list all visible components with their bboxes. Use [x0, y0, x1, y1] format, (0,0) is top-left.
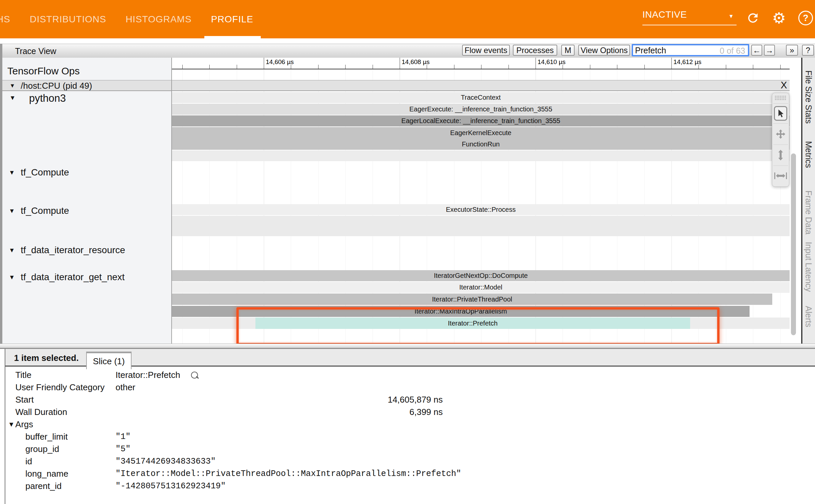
collapse-caret-icon[interactable]: ▾	[10, 246, 14, 255]
trace-event-tracecontext[interactable]: TraceContext	[172, 92, 790, 103]
ruler-minor-tick	[726, 65, 726, 69]
ruler-minor-tick	[780, 65, 781, 69]
ruler-minor-tick	[590, 65, 590, 69]
ruler-minor-tick	[644, 65, 645, 69]
args-header-row[interactable]: ▼Args	[5, 418, 807, 431]
arg-key: long_name	[25, 469, 116, 479]
tab-hs[interactable]: HS	[0, 0, 10, 38]
trace-event-executorstate[interactable]: ExecutorState::Process	[172, 204, 790, 215]
detail-field-value: 14,605,879 ns	[5, 395, 443, 405]
panel-divider[interactable]	[0, 344, 815, 349]
process-row-host-cpu[interactable]: ▾ /host:CPU (pid 49) X	[2, 80, 790, 91]
zoom-vertical-tool-button[interactable]	[772, 145, 789, 165]
arg-key: group_id	[25, 444, 116, 454]
expand-button[interactable]: »	[786, 45, 798, 56]
track-label-python3[interactable]: python3	[29, 92, 66, 104]
collapse-caret-icon[interactable]: ▾	[10, 206, 14, 215]
track-label-tf_data_iterator_get_next[interactable]: tf_data_iterator_get_next	[21, 272, 125, 283]
toolbar-button-view-options[interactable]: View Options	[578, 45, 630, 56]
pan-tool-button[interactable]	[772, 124, 789, 144]
args-header-label: Args	[15, 419, 33, 430]
ruler-minor-tick	[209, 65, 210, 69]
ruler-minor-tick	[753, 65, 753, 69]
trace-event-label: EagerExecute: __inference_train_function…	[409, 105, 552, 113]
selection-highlight-box	[236, 307, 720, 344]
settings-gear-icon[interactable]: ⚙	[771, 10, 787, 26]
process-row-label: /host:CPU (pid 49)	[21, 81, 92, 91]
trace-event-eagerexecute[interactable]: EagerExecute: __inference_train_function…	[172, 104, 790, 115]
sidebar-tab-metrics[interactable]: Metrics	[804, 141, 813, 168]
details-panel: 1 item selected. Slice (1) TitleIterator…	[0, 349, 815, 504]
detail-row-wall-duration: Wall Duration6,399 ns	[5, 406, 807, 418]
trace-event-label: EagerLocalExecute: __inference_train_fun…	[401, 117, 560, 125]
track-label-tf_compute[interactable]: tf_Compute	[21, 167, 69, 178]
ruler-major-tick	[536, 58, 536, 69]
drag-grip-icon[interactable]	[772, 93, 789, 103]
pan-icon	[775, 129, 786, 139]
ruler-tick-label: 14,608 µs	[402, 58, 430, 66]
arg-value: "1"	[116, 432, 131, 442]
run-selector[interactable]: INACTIVE ▼	[642, 9, 737, 25]
sidebar-tab-frame-data[interactable]: Frame Data	[804, 190, 813, 234]
track-label-tf_compute[interactable]: tf_Compute	[21, 205, 69, 216]
search-prev-button[interactable]: ←	[751, 45, 762, 56]
select-tool-button[interactable]	[772, 104, 789, 123]
trace-event-eagerlocalexecute[interactable]: EagerLocalExecute: __inference_train_fun…	[172, 115, 790, 126]
vertical-zoom-icon	[776, 149, 785, 161]
toolbar-button-m[interactable]: M	[561, 45, 575, 56]
ruler-minor-tick	[182, 65, 183, 69]
tab-slice[interactable]: Slice (1)	[86, 352, 132, 369]
ruler-minor-tick	[617, 65, 617, 69]
detail-field-label: Title	[15, 370, 116, 380]
help-button[interactable]: ?	[802, 45, 814, 56]
close-process-button[interactable]: X	[781, 80, 787, 91]
tab-distributions[interactable]: DISTRIBUTIONS	[30, 0, 106, 38]
detail-field-value: 6,399 ns	[5, 407, 443, 417]
arg-value: "Iterator::Model::PrivateThreadPool::Max…	[116, 469, 461, 479]
trace-event-label: EagerKernelExecute	[450, 129, 511, 137]
ruler-major-tick	[264, 58, 264, 69]
trace-event-iterator[interactable]: Iterator::Model	[172, 282, 790, 293]
sidebar-tab-input-latency[interactable]: Input Latency	[804, 242, 813, 292]
ruler-minor-tick	[318, 65, 319, 69]
tensorboard-profile-page: HSDISTRIBUTIONSHISTOGRAMSPROFILE INACTIV…	[0, 0, 815, 504]
zoom-horizontal-tool-button[interactable]	[772, 166, 789, 185]
ruler-tick-label: 14,612 µs	[673, 58, 701, 66]
horizontal-zoom-icon	[774, 172, 787, 180]
tab-histograms[interactable]: HISTOGRAMS	[126, 0, 192, 38]
ruler-minor-tick	[454, 65, 454, 69]
search-input[interactable]	[634, 45, 719, 56]
collapse-caret-icon[interactable]: ▾	[11, 93, 14, 102]
tab-profile[interactable]: PROFILE	[211, 0, 253, 38]
arg-row-id: id"345174426934833633"	[5, 455, 807, 468]
trace-event-label: TraceContext	[461, 94, 500, 101]
trace-event-iterator[interactable]: Iterator::PrivateThreadPool	[172, 294, 772, 305]
arg-key: buffer_limit	[25, 432, 116, 442]
track-label-tf_data_iterator_resource[interactable]: tf_data_iterator_resource	[21, 245, 125, 256]
collapse-caret-icon[interactable]: ▾	[10, 168, 14, 177]
trace-event-label: ExecutorState::Process	[446, 206, 516, 213]
trace-event-iteratorgetnextop[interactable]: IteratorGetNextOp::DoCompute	[172, 270, 790, 281]
magnifier-icon[interactable]	[191, 372, 198, 379]
collapse-caret-icon[interactable]: ▾	[10, 273, 14, 282]
help-icon[interactable]: ?	[798, 10, 814, 26]
trace-event-label: Iterator::PrivateThreadPool	[432, 296, 512, 303]
arg-value: "345174426934833633"	[116, 457, 216, 466]
ruler-major-tick	[400, 58, 400, 69]
toolbar-button-processes[interactable]: Processes	[513, 45, 557, 56]
toolbar-button-flow-events[interactable]: Flow events	[462, 45, 510, 56]
refresh-icon[interactable]	[745, 10, 761, 26]
collapse-caret-icon[interactable]: ▾	[11, 81, 14, 89]
sidebar-tab-file-size-stats[interactable]: File Size Stats	[804, 70, 813, 124]
window-left-edge	[0, 44, 2, 348]
args-collapse-caret-icon[interactable]: ▼	[8, 421, 15, 428]
sidebar-tab-alerts[interactable]: Alerts	[804, 306, 813, 327]
detail-field-value: Iterator::Prefetch	[116, 370, 180, 380]
search-box: 0 of 63	[632, 44, 749, 56]
trace-tool-panel	[772, 93, 789, 187]
vertical-scrollbar[interactable]	[791, 153, 796, 335]
trace-event-functionrun[interactable]: FunctionRun	[172, 138, 790, 150]
trace-event-eagerkernelexecute[interactable]: EagerKernelExecute	[172, 127, 790, 138]
arg-value: "5"	[116, 444, 131, 454]
search-next-button[interactable]: →	[764, 45, 775, 56]
